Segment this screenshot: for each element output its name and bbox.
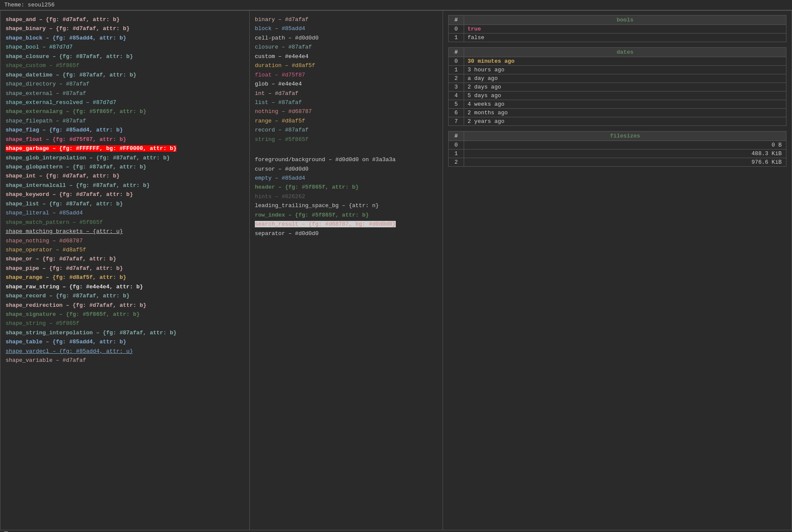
- filesizes-row-2: 2976.6 KiB: [449, 158, 786, 167]
- left-line-shape_closure: shape_closure – {fg: #87afaf, attr: b}: [6, 52, 244, 61]
- col-middle: binary – #d7afafblock – #85add4cell-path…: [250, 11, 443, 530]
- mid-line: duration – #d8af5f: [255, 61, 437, 70]
- mid-line: nothing – #d68787: [255, 107, 437, 116]
- left-line-shape_list: shape_list – {fg: #87afaf, attr: b}: [6, 199, 244, 208]
- left-line-shape_signature: shape_signature – {fg: #5f865f, attr: b}: [6, 310, 244, 319]
- col-left: shape_and – {fg: #d7afaf, attr: b}shape_…: [0, 11, 250, 530]
- filesizes-index-1: 1: [449, 150, 464, 158]
- left-line-shape_raw_string: shape_raw_string – {fg: #e4e4e4, attr: b…: [6, 282, 244, 291]
- left-line-shape_globpattern: shape_globpattern – {fg: #87afaf, attr: …: [6, 162, 244, 171]
- left-line-shape_int: shape_int – {fg: #d7afaf, attr: b}: [6, 171, 244, 180]
- left-line-shape_or: shape_or – {fg: #d7afaf, attr: b}: [6, 254, 244, 263]
- left-line-shape_block: shape_block – {fg: #85add4, attr: b}: [6, 34, 244, 43]
- bools-hash-header: #: [449, 15, 464, 25]
- dates-row-4: 45 days ago: [449, 92, 786, 100]
- underline-text: shape_matching_brackets – {attr: u}: [6, 228, 123, 235]
- mid-line-bottom: separator – #d0d0d0: [255, 229, 437, 238]
- filesizes-table: #filesizes00 B1488.3 KiB2976.6 KiB: [448, 131, 786, 167]
- dates-value-1: 3 hours ago: [464, 66, 786, 74]
- dates-index-3: 3: [449, 83, 464, 92]
- bools-table: #bools0true1false: [448, 15, 786, 42]
- dates-index-2: 2: [449, 74, 464, 83]
- left-line-shape_custom: shape_custom – #5f865f: [6, 61, 244, 70]
- dates-row-0: 030 minutes ago: [449, 57, 786, 66]
- mid-line: glob – #e4e4e4: [255, 79, 437, 89]
- bools-value-0: true: [464, 25, 786, 34]
- filesizes-value-header: filesizes: [464, 131, 786, 141]
- left-line-shape_redirection: shape_redirection – {fg: #d7afaf, attr: …: [6, 301, 244, 310]
- dates-index-7: 7: [449, 117, 464, 126]
- bools-index-1: 1: [449, 34, 464, 42]
- mid-line-bottom: empty – #85add4: [255, 174, 437, 183]
- left-line-shape_bool: shape_bool – #87d7d7: [6, 43, 244, 52]
- status-bar: [0, 530, 792, 532]
- dates-row-7: 72 years ago: [449, 117, 786, 126]
- dates-row-6: 62 months ago: [449, 109, 786, 117]
- left-line-shape_glob_interpolation: shape_glob_interpolation – {fg: #87afaf,…: [6, 153, 244, 162]
- left-line-shape_float: shape_float – {fg: #d75f87, attr: b}: [6, 135, 244, 144]
- mid-line: closure – #87afaf: [255, 43, 437, 52]
- left-line-shape_range: shape_range – {fg: #d8af5f, attr: b}: [6, 273, 244, 282]
- left-line-shape_keyword: shape_keyword – {fg: #d7afaf, attr: b}: [6, 190, 244, 199]
- dates-value-5: 4 weeks ago: [464, 100, 786, 109]
- left-line-shape_and: shape_and – {fg: #d7afaf, attr: b}: [6, 15, 244, 24]
- dates-index-4: 4: [449, 92, 464, 100]
- mid-line: cell-path – #d0d0d0: [255, 34, 437, 43]
- mid-line: custom – #e4e4e4: [255, 52, 437, 61]
- main-container: shape_and – {fg: #d7afaf, attr: b}shape_…: [0, 10, 792, 530]
- filesizes-row-0: 00 B: [449, 141, 786, 150]
- mid-line: binary – #d7afaf: [255, 15, 437, 24]
- left-line-shape_internalcall: shape_internalcall – {fg: #87afaf, attr:…: [6, 181, 244, 190]
- left-line-shape_vardecl: shape_vardecl – {fg: #85add4, attr: u}: [6, 347, 244, 356]
- underline-text: shape_vardecl – {fg: #85add4, attr: u}: [6, 348, 133, 355]
- theme-bar: Theme: seoul256: [0, 0, 792, 10]
- left-line-shape_table: shape_table – {fg: #85add4, attr: b}: [6, 337, 244, 346]
- col-right: #bools0true1false #dates030 minutes ago1…: [443, 11, 792, 530]
- dates-value-2: a day ago: [464, 74, 786, 83]
- dates-value-0: 30 minutes ago: [464, 57, 786, 66]
- mid-line-bottom: hints – #626262: [255, 192, 437, 201]
- mid-line-bottom: row_index – {fg: #5f865f, attr: b}: [255, 211, 437, 220]
- dates-value-6: 2 months ago: [464, 109, 786, 117]
- filesizes-value-1: 488.3 KiB: [464, 150, 786, 158]
- dates-row-2: 2a day ago: [449, 74, 786, 83]
- garbage-highlight: shape_garbage – {fg: #FFFFFF, bg: #FF000…: [6, 145, 177, 152]
- left-line-shape_variable: shape_variable – #d7afaf: [6, 356, 244, 365]
- bools-row-0: 0true: [449, 25, 786, 34]
- left-line-shape_operator: shape_operator – #d8af5f: [6, 245, 244, 254]
- left-line-shape_string: shape_string – #5f865f: [6, 319, 244, 328]
- filesizes-value-0: 0 B: [464, 141, 786, 150]
- bools-value-1: false: [464, 34, 786, 42]
- mid-line-bottom: header – {fg: #5f865f, attr: b}: [255, 183, 437, 192]
- left-line-shape_external_resolved: shape_external_resolved – #87d7d7: [6, 98, 244, 107]
- mid-line-bottom: foreground/background – #d0d0d0 on #3a3a…: [255, 155, 437, 164]
- dates-row-1: 13 hours ago: [449, 66, 786, 74]
- mid-line: float – #d75f87: [255, 70, 437, 79]
- bools-value-header: bools: [464, 15, 786, 25]
- mid-line: int – #d7afaf: [255, 89, 437, 98]
- dates-index-5: 5: [449, 100, 464, 109]
- dates-index-6: 6: [449, 109, 464, 117]
- left-line-shape_filepath: shape_filepath – #87afaf: [6, 116, 244, 125]
- search-result-highlight: search_result – {fg: #d68787, bg: #d0d0d…: [255, 221, 396, 227]
- dates-table: #dates030 minutes ago13 hours ago2a day …: [448, 47, 786, 126]
- dates-value-header: dates: [464, 48, 786, 57]
- mid-line: string – #5f865f: [255, 135, 437, 144]
- left-line-shape_externalarg: shape_externalarg – {fg: #5f865f, attr: …: [6, 107, 244, 116]
- filesizes-index-0: 0: [449, 141, 464, 150]
- left-line-shape_match_pattern: shape_match_pattern – #5f865f: [6, 218, 244, 227]
- mid-line-bottom: cursor – #d0d0d0: [255, 165, 437, 174]
- mid-line-bottom: search_result – {fg: #d68787, bg: #d0d0d…: [255, 220, 437, 229]
- dates-value-4: 5 days ago: [464, 92, 786, 100]
- left-line-shape_directory: shape_directory – #87afaf: [6, 79, 244, 89]
- left-line-shape_flag: shape_flag – {fg: #85add4, attr: b}: [6, 125, 244, 135]
- left-line-shape_literal: shape_literal – #85add4: [6, 208, 244, 217]
- filesizes-value-2: 976.6 KiB: [464, 158, 786, 167]
- dates-row-3: 32 days ago: [449, 83, 786, 92]
- mid-line: list – #87afaf: [255, 98, 437, 107]
- bools-index-0: 0: [449, 25, 464, 34]
- left-line-shape_external: shape_external – #87afaf: [6, 89, 244, 98]
- left-line-shape_pipe: shape_pipe – {fg: #d7afaf, attr: b}: [6, 264, 244, 273]
- left-line-shape_binary: shape_binary – {fg: #d7afaf, attr: b}: [6, 24, 244, 33]
- dates-index-0: 0: [449, 57, 464, 66]
